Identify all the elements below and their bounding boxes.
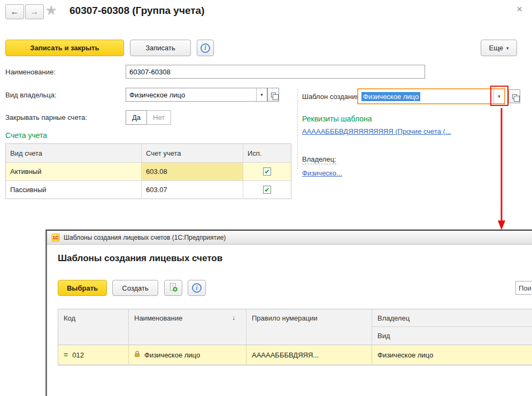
toggle-yes-button[interactable]: Да [126, 110, 147, 125]
more-button[interactable]: Еще▾ [481, 40, 517, 56]
popup-info-button[interactable]: i [188, 280, 206, 296]
column-header-used[interactable]: Исп. [243, 144, 291, 162]
forward-icon: → [30, 7, 39, 17]
owner-label: Владелец: [302, 155, 336, 163]
templates-table: Код Наименование ↓ Правило нумерации Вла… [58, 309, 532, 365]
template-label: Шаблон создания: [302, 93, 361, 101]
info-icon: i [192, 283, 202, 293]
cell-code[interactable]: = 012 [58, 345, 129, 364]
accounts-table: Вид счета Счет учета Исп. Активный 603.0… [5, 143, 291, 199]
select-button[interactable]: Выбрать [58, 280, 107, 296]
popup-titlebar[interactable]: 1С Шаблоны создания лицевых счетов (1С:П… [47, 231, 532, 245]
info-button[interactable]: i [197, 40, 214, 56]
favorite-star-icon[interactable]: ★ [45, 2, 57, 19]
column-header-code[interactable]: Код [58, 309, 129, 345]
1c-logo-icon: 1С [51, 233, 60, 242]
name-input[interactable] [126, 65, 425, 79]
template-selection-window: 1С Шаблоны создания лицевых счетов (1С:П… [45, 230, 532, 396]
name-label: Наименование: [5, 68, 56, 76]
cell-account[interactable]: 603.07 [142, 180, 243, 199]
popup-titlebar-text: Шаблоны создания лицевых счетов (1С:Пред… [64, 234, 226, 241]
owner-label-text: Владелец: [302, 155, 336, 164]
save-button[interactable]: Записать [130, 40, 191, 56]
template-reference-link[interactable]: АААААБББВДЯЯЯЯЯЯЯЯЯ (Прочие счета (... [302, 127, 451, 135]
cell-rule[interactable]: АААААБББВДЯЯЯ... [246, 345, 372, 364]
column-header-rule[interactable]: Правило нумерации [246, 309, 372, 345]
close-paired-label: Закрывать парные счета: [5, 113, 87, 121]
table-row[interactable]: Пассивный 603.07 ✔ [6, 180, 291, 199]
search-input[interactable] [515, 281, 532, 295]
code-value: 012 [72, 351, 84, 359]
checkbox-checked[interactable]: ✔ [263, 167, 271, 176]
owner-kind-label: Вид владельца: [5, 91, 57, 99]
column-header-account[interactable]: Счет учета [142, 144, 243, 162]
column-header-kind[interactable]: Вид счета [6, 144, 142, 162]
create-new-button[interactable] [164, 280, 182, 296]
table-row[interactable]: = 012 Физическое лицо АААААБББВДЯЯЯ... Ф… [58, 345, 532, 365]
column-header-owner-kind[interactable]: Вид [372, 327, 532, 345]
template-pane-title: Реквизиты шаблона [302, 115, 372, 123]
annotation-highlight-box [490, 86, 508, 106]
close-paired-toggle: Да Нет [126, 110, 171, 125]
equals-icon: = [64, 351, 68, 359]
selected-text: Физическое лицо [361, 92, 420, 101]
table-row[interactable]: Активный 603.08 ✔ [6, 162, 291, 180]
sort-descending-icon: ↓ [232, 314, 235, 345]
cell-kind[interactable]: Пассивный [6, 180, 142, 199]
save-and-close-button[interactable]: Записать и закрыть [5, 40, 124, 56]
app-window: ← → ★ 60307-60308 (Группа учета) × Запис… [0, 0, 532, 396]
close-icon[interactable]: × [516, 3, 522, 15]
column-header-owner[interactable]: Владелец [372, 309, 532, 327]
column-name-label: Наименование [134, 314, 182, 345]
column-header-name[interactable]: Наименование ↓ [129, 309, 246, 345]
template-combobox[interactable]: Физическое лицо ▾ [357, 88, 505, 104]
templates-header: Код Наименование ↓ Правило нумерации Вла… [58, 309, 532, 345]
new-document-icon [168, 283, 178, 294]
cell-used[interactable]: ✔ [243, 162, 291, 180]
owner-kind-dropdown-icon[interactable]: ▾ [256, 88, 267, 101]
window-title: 60307-60308 (Группа учета) [70, 5, 204, 17]
toggle-no-button[interactable]: Нет [147, 110, 171, 125]
cell-account[interactable]: 603.08 [142, 162, 243, 180]
owner-kind-open-button[interactable] [267, 88, 279, 102]
more-label: Еще [489, 44, 503, 52]
cell-kind[interactable]: Активный [6, 162, 142, 180]
info-icon: i [201, 43, 210, 53]
create-button[interactable]: Создать [112, 280, 158, 296]
forward-button[interactable]: → [25, 4, 44, 19]
back-button[interactable]: ← [5, 4, 24, 19]
lock-icon [134, 351, 140, 359]
check-icon: ✔ [264, 169, 269, 175]
checkbox-checked[interactable]: ✔ [263, 186, 271, 194]
popup-title: Шаблоны создания лицевых счетов [58, 253, 222, 264]
name-value: Физическое лицо [144, 351, 200, 359]
chevron-down-icon: ▾ [506, 45, 509, 51]
annotation-arrow [494, 106, 510, 234]
cell-owner[interactable]: Физическое лицо [372, 345, 532, 364]
cell-name[interactable]: Физическое лицо [129, 345, 246, 364]
owner-kind-combobox[interactable]: Физическое лицо ▾ [126, 88, 267, 102]
template-open-button[interactable] [508, 89, 520, 103]
check-icon: ✔ [264, 187, 269, 193]
open-icon [271, 93, 276, 97]
owner-link[interactable]: Физическо... [302, 169, 342, 177]
open-icon [512, 94, 517, 99]
cell-used[interactable]: ✔ [243, 180, 291, 199]
pane-separator [297, 89, 298, 169]
back-icon: ← [11, 7, 19, 17]
owner-kind-value: Физическое лицо [126, 88, 256, 101]
accounts-header-row: Вид счета Счет учета Исп. [6, 144, 291, 162]
accounts-section-title: Счета учета [5, 131, 47, 140]
template-value: Физическое лицо [358, 89, 494, 103]
